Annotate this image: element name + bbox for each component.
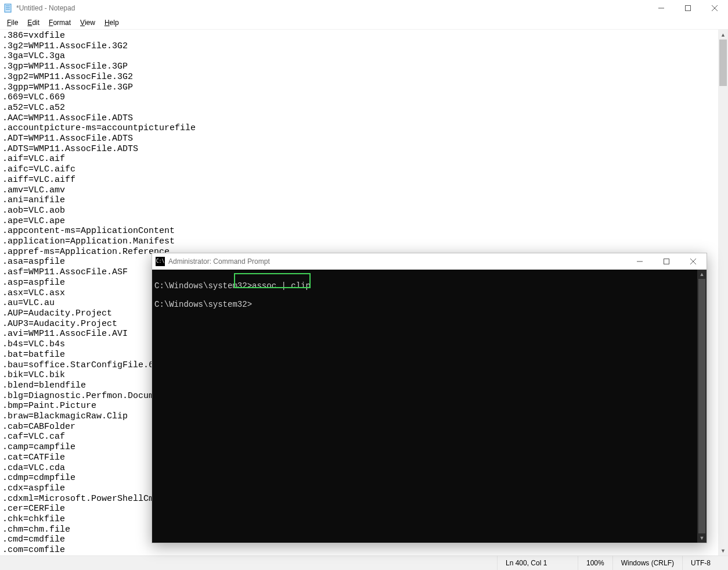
notepad-menubar: File Edit Format View Help — [0, 16, 728, 30]
cmd-titlebar[interactable]: C:\ Administrator: Command Prompt — [152, 253, 707, 270]
cmd-scroll-up-arrow-icon[interactable]: ▲ — [697, 270, 707, 279]
cmd-maximize-button[interactable] — [653, 253, 680, 270]
scroll-down-arrow-icon[interactable]: ▼ — [718, 546, 728, 555]
notepad-app-icon — [3, 3, 13, 13]
cmd-scroll-down-arrow-icon[interactable]: ▼ — [697, 533, 707, 543]
menu-edit[interactable]: Edit — [23, 17, 44, 28]
svg-rect-5 — [686, 6, 691, 11]
minimize-button[interactable] — [648, 0, 675, 16]
cmd-scroll-thumb[interactable] — [698, 279, 705, 533]
scroll-up-arrow-icon[interactable]: ▲ — [718, 30, 728, 40]
svg-rect-9 — [664, 259, 669, 264]
menu-view[interactable]: View — [75, 17, 100, 28]
cmd-terminal-body[interactable]: C:\Windows\system32>assoc | clip C:\Wind… — [152, 270, 697, 543]
cmd-app-icon: C:\ — [156, 257, 165, 266]
cmd-vertical-scrollbar[interactable]: ▲ ▼ — [697, 270, 707, 543]
notepad-statusbar: Ln 400, Col 1 100% Windows (CRLF) UTF-8 — [0, 555, 728, 570]
menu-format[interactable]: Format — [44, 17, 75, 28]
menu-help[interactable]: Help — [100, 17, 124, 28]
notepad-title-text: *Untitled - Notepad — [16, 4, 75, 12]
status-line-ending: Windows (CRLF) — [613, 556, 683, 570]
cmd-minimize-button[interactable] — [626, 253, 653, 270]
cmd-line-2: C:\Windows\system32> — [154, 300, 252, 309]
close-button[interactable] — [701, 0, 728, 16]
cmd-line-1: C:\Windows\system32>assoc | clip — [154, 281, 311, 291]
notepad-titlebar[interactable]: *Untitled - Notepad — [0, 0, 728, 16]
scroll-track[interactable] — [718, 40, 728, 546]
notepad-vertical-scrollbar[interactable]: ▲ ▼ — [718, 30, 728, 555]
maximize-button[interactable] — [675, 0, 701, 16]
menu-file[interactable]: File — [2, 17, 23, 28]
scroll-thumb[interactable] — [719, 40, 727, 86]
cmd-scroll-track[interactable] — [697, 279, 707, 533]
status-cursor-position: Ln 400, Col 1 — [498, 556, 578, 570]
svg-rect-0 — [5, 4, 11, 12]
status-zoom: 100% — [578, 556, 613, 570]
cmd-title-text: Administrator: Command Prompt — [168, 257, 270, 266]
command-prompt-window: C:\ Administrator: Command Prompt C:\Win… — [152, 253, 707, 543]
status-encoding: UTF-8 — [683, 556, 728, 570]
cmd-close-button[interactable] — [680, 253, 707, 270]
